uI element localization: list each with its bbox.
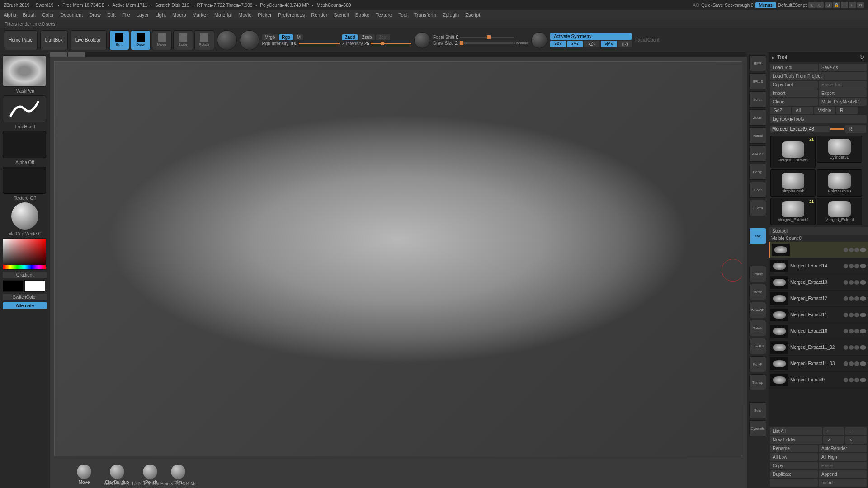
import-button[interactable]: Import [770,89,818,97]
clone-button[interactable]: Clone [770,98,818,106]
autoreorder-button[interactable]: AutoReorder [819,445,867,452]
secondary-color-swatch[interactable] [3,280,24,292]
reset-icon[interactable]: ↻ [860,54,864,61]
spix-3-button[interactable]: SPix 3 [749,73,766,89]
lightbox-button[interactable]: LightBox [40,30,68,50]
menu-stencil[interactable]: Stencil [334,12,349,18]
sym-m-toggle[interactable]: >M< [601,41,617,47]
paste-button[interactable]: Paste [819,462,867,469]
viewport[interactable] [54,61,742,456]
mirror-sphere[interactable] [240,30,259,50]
menu-texture[interactable]: Texture [376,12,392,18]
sym-y-toggle[interactable]: >Y< [567,41,583,47]
default-zscript[interactable]: DefaultZScript [778,3,807,8]
live-boolean-button[interactable]: Live Boolean [71,30,107,50]
xyz-button[interactable]: Xyz [749,228,766,244]
subtool-row[interactable]: Merged_Extract11_02 [769,339,868,356]
subtool-row[interactable]: Merged_Extract10 [769,323,868,339]
menus-toggle[interactable]: Menus [755,2,776,8]
draw-size-slider[interactable] [459,42,513,44]
menu-layer[interactable]: Layer [137,12,149,18]
subtool-header[interactable]: Subtool [769,227,868,235]
tool-thumb[interactable]: 21Merged_Extract9 [770,198,816,225]
tool-thumb[interactable]: PolyMesh3D [817,169,862,197]
--button[interactable]: ↗ [823,436,844,444]
floor-button[interactable]: Floor [749,182,766,198]
gradient-toggle[interactable]: Gradient [3,272,47,278]
draw-mode-button[interactable]: Draw [131,30,151,50]
menu-light[interactable]: Light [155,12,166,18]
scroll-button[interactable]: Scroll [749,91,766,108]
all-low-button[interactable]: All Low [770,453,818,461]
load-tools-from-project-button[interactable]: Load Tools From Project [770,72,867,80]
menu-marker[interactable]: Marker [193,12,208,18]
m-toggle[interactable]: M [294,34,303,40]
all-high-button[interactable]: All High [819,453,867,461]
--button[interactable]: ↘ [845,436,867,444]
material-preview[interactable] [11,202,38,230]
menu-render[interactable]: Render [311,12,327,18]
subtool-row[interactable]: Merged_Extract11 [769,307,868,323]
win-icon[interactable]: ⊞ [808,2,816,8]
l-sym-button[interactable]: L.Sym [749,200,766,216]
subtool-row[interactable]: Merged_Extract14 [769,258,868,274]
menu-macro[interactable]: Macro [172,12,186,18]
append-button[interactable]: Append [819,470,867,478]
aahalf-button[interactable]: AAHalf [749,145,766,162]
move-button[interactable]: Move [749,284,766,300]
zadd-toggle[interactable]: Zadd [342,34,358,40]
new-folder-button[interactable]: New Folder [770,436,822,444]
tool-thumb[interactable]: SimpleBrush [770,169,816,197]
alternate-toggle[interactable]: Alternate [3,302,47,309]
maximize-icon[interactable]: □ [849,2,856,8]
all-button[interactable]: All [792,107,813,114]
seethrough-slider[interactable]: See-through 0 [725,3,753,8]
zcut-toggle[interactable]: Zcut [376,34,390,40]
tool-thumb[interactable]: 21Merged_Extract9 [770,136,816,168]
focal-shift-slider[interactable] [460,37,514,38]
lock-icon[interactable]: 🔒 [833,2,840,8]
menu-alpha[interactable]: Alpha [4,12,16,18]
home-page-button[interactable]: Home Page [4,30,38,50]
--button[interactable]: ↑ [823,427,844,435]
menu-document[interactable]: Document [60,12,83,18]
rotate-button[interactable]: Rotate [749,320,766,336]
menu-transform[interactable]: Transform [414,12,436,18]
solo-button[interactable]: Solo [749,402,766,418]
lightbox-tools-button[interactable]: Lightbox▶Tools [770,115,867,123]
menu-draw[interactable]: Draw [89,12,101,18]
stroke-preview[interactable] [3,95,46,122]
sym-x-toggle[interactable]: >X< [550,41,566,47]
subtool-row[interactable] [769,242,868,258]
list-all-button[interactable]: List All [770,427,822,435]
persp-button[interactable]: Persp [749,164,766,180]
tool-thumb[interactable]: Cylinder3D [817,136,862,163]
scale-mode-button[interactable]: Scale [173,30,193,50]
menu-brush[interactable]: Brush [23,12,36,18]
current-tool-label[interactable]: Merged_Extract9. 48 [770,126,830,132]
subtool-row[interactable]: Merged_Extract11_03 [769,356,868,372]
rgb-toggle[interactable]: Rgb [279,34,292,40]
tool-slider[interactable] [830,128,844,130]
minimize-icon[interactable]: — [841,2,848,8]
menu-picker[interactable]: Picker [258,12,272,18]
menu-zscript[interactable]: Zscript [465,12,480,18]
activate-symmetry-button[interactable]: Activate Symmetry [550,33,632,40]
switch-color-button[interactable]: SwitchColor [3,294,47,300]
subtool-row[interactable]: Merged_Extract12 [769,291,868,307]
actual-button[interactable]: Actual [749,127,766,144]
menu-edit[interactable]: Edit [107,12,116,18]
menu-file[interactable]: File [122,12,130,18]
menu-stroke[interactable]: Stroke [355,12,369,18]
tool-thumb[interactable]: Merged_Extract [817,198,862,225]
dynamic-button[interactable]: Dynamic [749,420,766,436]
color-picker[interactable] [3,238,46,270]
alpha-preview[interactable] [3,131,46,158]
subtool-row[interactable]: Merged_Extract13 [769,274,868,291]
primary-color-swatch[interactable] [24,280,45,292]
subtool-row[interactable]: Merged_Extract9 [769,372,868,388]
export-button[interactable]: Export [819,89,867,97]
bpr-button[interactable]: BPR [749,55,766,71]
make-polymesh3d-button[interactable]: Make PolyMesh3D [819,98,867,106]
texture-preview[interactable] [3,167,46,194]
